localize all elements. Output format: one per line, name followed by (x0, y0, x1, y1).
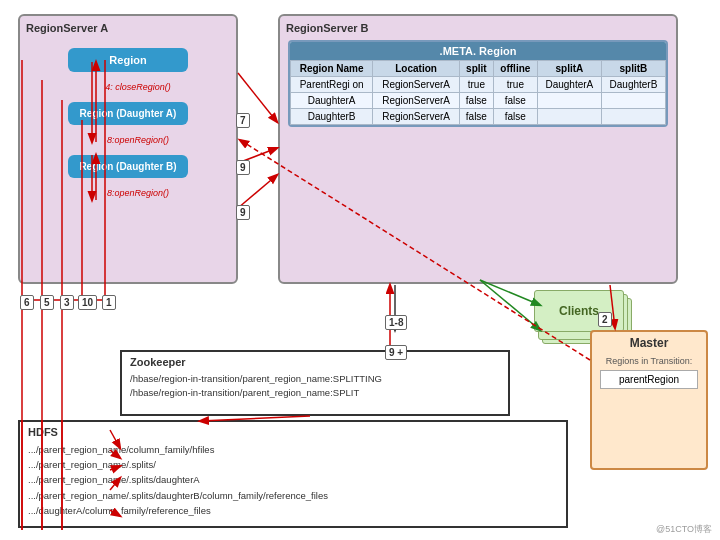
cell: RegionServerA (373, 77, 460, 93)
step-6-badge: 6 (20, 295, 34, 310)
zookeeper-path-2: /hbase/region-in-transition/parent_regio… (130, 386, 500, 400)
master-box: Master Regions in Transition: parentRegi… (590, 330, 708, 470)
hdfs-box: HDFS .../parent_region_name/column_famil… (18, 420, 568, 528)
region-daughter-a-box: Region (Daughter A) (68, 102, 188, 125)
cell (537, 93, 601, 109)
cell: false (493, 109, 537, 125)
step-9a-badge: 9 (236, 160, 250, 175)
step-5-badge: 5 (40, 295, 54, 310)
hdfs-path-1: .../parent_region_name/column_family/hfi… (28, 442, 558, 457)
meta-data-table: Region Name Location split offline split… (290, 60, 666, 125)
step-18-badge: 1-8 (385, 315, 407, 330)
col-offline: offline (493, 61, 537, 77)
step-1-badge: 1 (102, 295, 116, 310)
cell: false (459, 109, 493, 125)
watermark: @51CTO博客 (656, 523, 712, 536)
table-row: DaughterA RegionServerA false false (291, 93, 666, 109)
cell: RegionServerA (373, 93, 460, 109)
region-server-a: RegionServer A Region 4: closeRegion() R… (18, 14, 238, 284)
cell: DaughterB (291, 109, 373, 125)
region-daughter-b-box: Region (Daughter B) (68, 155, 188, 178)
region-server-a-title: RegionServer A (26, 22, 230, 34)
cell (601, 109, 665, 125)
step-9plus-badge: 9 + (385, 345, 407, 360)
col-location: Location (373, 61, 460, 77)
hdfs-path-3: .../parent_region_name/.splits/daughterA (28, 472, 558, 487)
col-split: split (459, 61, 493, 77)
table-row: DaughterB RegionServerA false false (291, 109, 666, 125)
cell: false (493, 93, 537, 109)
step-3-badge: 3 (60, 295, 74, 310)
open-region-a-label: 8:openRegion() (107, 135, 169, 145)
region-server-b-title: RegionServer B (286, 22, 670, 34)
region-server-b: RegionServer B .META. Region Region Name… (278, 14, 678, 284)
open-region-b-label: 8:openRegion() (107, 188, 169, 198)
step-2-badge: 2 (598, 312, 612, 327)
cell (537, 109, 601, 125)
step-10-badge: 10 (78, 295, 97, 310)
cell: false (459, 93, 493, 109)
step-7-badge: 7 (236, 113, 250, 128)
hdfs-path-4: .../parent_region_name/.splits/daughterB… (28, 488, 558, 503)
col-splitB: splitB (601, 61, 665, 77)
col-region-name: Region Name (291, 61, 373, 77)
cell: DaughterA (537, 77, 601, 93)
col-splitA: splitA (537, 61, 601, 77)
close-region-label: 4: closeRegion() (105, 82, 171, 92)
region-box: Region (68, 48, 188, 72)
table-row: ParentRegi on RegionServerA true true Da… (291, 77, 666, 93)
cell (601, 93, 665, 109)
cell: RegionServerA (373, 109, 460, 125)
cell: DaughterA (291, 93, 373, 109)
meta-table-title: .META. Region (290, 42, 666, 60)
cell: ParentRegi on (291, 77, 373, 93)
zookeeper-title: Zookeeper (130, 356, 500, 368)
step-9b-badge: 9 (236, 205, 250, 220)
master-subtitle: Regions in Transition: (596, 356, 702, 366)
cell: true (459, 77, 493, 93)
cell: DaughterB (601, 77, 665, 93)
master-title: Master (596, 336, 702, 350)
zookeeper-path-1: /hbase/region-in-transition/parent_regio… (130, 372, 500, 386)
diagram: RegionServer A Region 4: closeRegion() R… (0, 0, 720, 540)
meta-table: .META. Region Region Name Location split… (288, 40, 668, 127)
hdfs-path-5: .../daughterA/column_family/reference_fi… (28, 503, 558, 518)
master-parent-region: parentRegion (600, 370, 698, 389)
cell: true (493, 77, 537, 93)
zookeeper-box: Zookeeper /hbase/region-in-transition/pa… (120, 350, 510, 416)
hdfs-path-2: .../parent_region_name/.splits/ (28, 457, 558, 472)
svg-line-2 (238, 175, 277, 208)
hdfs-title: HDFS (28, 426, 558, 438)
